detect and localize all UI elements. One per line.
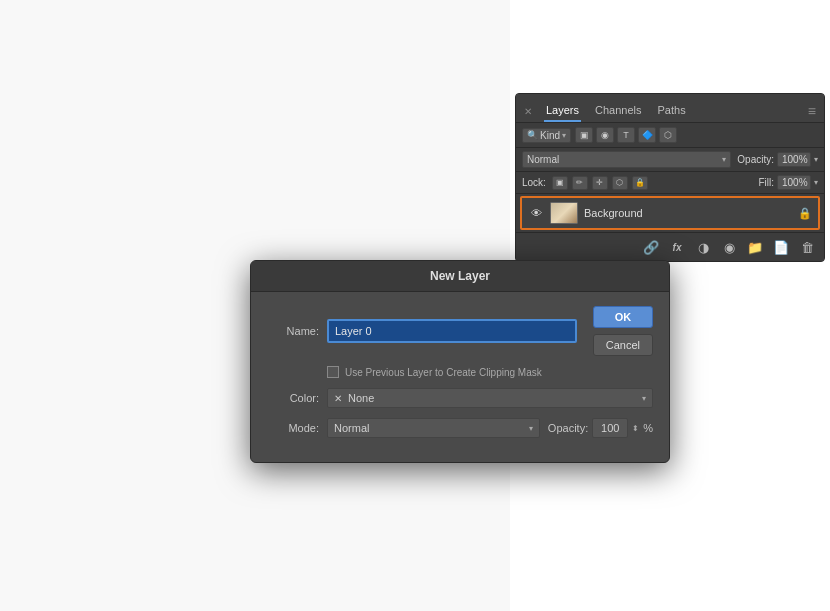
kind-chevron-icon: ▾ (562, 131, 566, 140)
dialog-title: New Layer (251, 261, 669, 292)
opacity-input[interactable] (592, 418, 628, 438)
dialog-buttons: OK Cancel (593, 306, 653, 356)
lock-all-btn[interactable]: 🔒 (632, 176, 648, 190)
name-label: Name: (267, 325, 319, 337)
clip-mask-row: Use Previous Layer to Create Clipping Ma… (327, 366, 653, 378)
filter-smartobj-btn[interactable]: ⬡ (659, 127, 677, 143)
lock-row: Lock: ▣ ✏ ✛ ⬡ 🔒 Fill: 100% ▾ (516, 172, 824, 194)
mode-label: Mode: (267, 422, 319, 434)
opacity-stepper-icon[interactable]: ⬍ (632, 424, 639, 433)
color-x-icon: ✕ (334, 393, 342, 404)
adjustment-layer-btn[interactable]: ◉ (718, 237, 740, 257)
new-layer-btn[interactable]: 📄 (770, 237, 792, 257)
panel-tabs: ✕ Layers Channels Paths ≡ (516, 94, 824, 123)
dialog-body: Name: OK Cancel Use Previous Layer to Cr… (251, 292, 669, 462)
add-mask-btn[interactable]: ◑ (692, 237, 714, 257)
layer-fx-btn[interactable]: fx (666, 237, 688, 257)
layer-name: Background (584, 207, 792, 219)
lock-transparency-btn[interactable]: ▣ (552, 176, 568, 190)
layer-thumbnail (550, 202, 578, 224)
name-row: Name: OK Cancel (267, 306, 653, 356)
lock-pixels-btn[interactable]: ✏ (572, 176, 588, 190)
color-label: Color: (267, 392, 319, 404)
layer-visibility-icon[interactable]: 👁 (528, 206, 544, 220)
opacity-group: Opacity: 100% ▾ (737, 152, 818, 167)
mode-opacity-row: Mode: Normal ▾ Opacity: ⬍ % (267, 418, 653, 438)
lock-position-btn[interactable]: ✛ (592, 176, 608, 190)
layer-lock-icon: 🔒 (798, 207, 812, 220)
filter-shape-btn[interactable]: 🔷 (638, 127, 656, 143)
filter-pixel-btn[interactable]: ▣ (575, 127, 593, 143)
layers-panel: ✕ Layers Channels Paths ≡ 🔍 Kind ▾ ▣ ◉ T… (515, 93, 825, 262)
delete-layer-btn[interactable]: 🗑 (796, 237, 818, 257)
link-layers-btn[interactable]: 🔗 (640, 237, 662, 257)
mode-chevron-icon: ▾ (529, 424, 533, 433)
clip-mask-checkbox[interactable] (327, 366, 339, 378)
background-layer[interactable]: 👁 Background 🔒 (520, 196, 820, 230)
new-group-btn[interactable]: 📁 (744, 237, 766, 257)
fill-group: Fill: 100% ▾ (758, 175, 818, 190)
tab-channels[interactable]: Channels (593, 100, 643, 122)
filter-adjust-btn[interactable]: ◉ (596, 127, 614, 143)
lock-icons: ▣ ✏ ✛ ⬡ 🔒 (552, 176, 648, 190)
tab-layers[interactable]: Layers (544, 100, 581, 122)
tab-paths[interactable]: Paths (656, 100, 688, 122)
panel-menu-icon[interactable]: ≡ (808, 103, 816, 119)
mode-select[interactable]: Normal ▾ (327, 418, 540, 438)
blend-mode-select[interactable]: Normal ▾ (522, 151, 731, 168)
ok-button[interactable]: OK (593, 306, 653, 328)
color-select[interactable]: ✕ None ▾ (327, 388, 653, 408)
panel-close-icon[interactable]: ✕ (524, 106, 532, 117)
filter-type-btn[interactable]: T (617, 127, 635, 143)
opacity-chevron-icon: ▾ (814, 155, 818, 164)
search-icon: 🔍 (527, 130, 538, 140)
panel-search-row: 🔍 Kind ▾ ▣ ◉ T 🔷 ⬡ (516, 123, 824, 148)
opacity-input-group: Opacity: ⬍ % (548, 418, 653, 438)
clip-mask-label: Use Previous Layer to Create Clipping Ma… (345, 367, 542, 378)
panel-toolbar: 🔗 fx ◑ ◉ 📁 📄 🗑 (516, 232, 824, 261)
blend-chevron-icon: ▾ (722, 155, 726, 164)
name-input[interactable] (327, 319, 577, 343)
kind-select[interactable]: 🔍 Kind ▾ (522, 128, 571, 143)
opacity-unit: % (643, 422, 653, 434)
new-layer-dialog: New Layer Name: OK Cancel Use Previous L… (250, 260, 670, 463)
opacity-label: Opacity: (548, 422, 588, 434)
color-row: Color: ✕ None ▾ (267, 388, 653, 408)
filter-icons: ▣ ◉ T 🔷 ⬡ (575, 127, 677, 143)
blend-mode-row: Normal ▾ Opacity: 100% ▾ (516, 148, 824, 172)
lock-artboard-btn[interactable]: ⬡ (612, 176, 628, 190)
color-chevron-icon: ▾ (642, 394, 646, 403)
fill-chevron-icon: ▾ (814, 178, 818, 187)
opacity-value[interactable]: 100% (777, 152, 811, 167)
fill-value[interactable]: 100% (777, 175, 811, 190)
cancel-button[interactable]: Cancel (593, 334, 653, 356)
